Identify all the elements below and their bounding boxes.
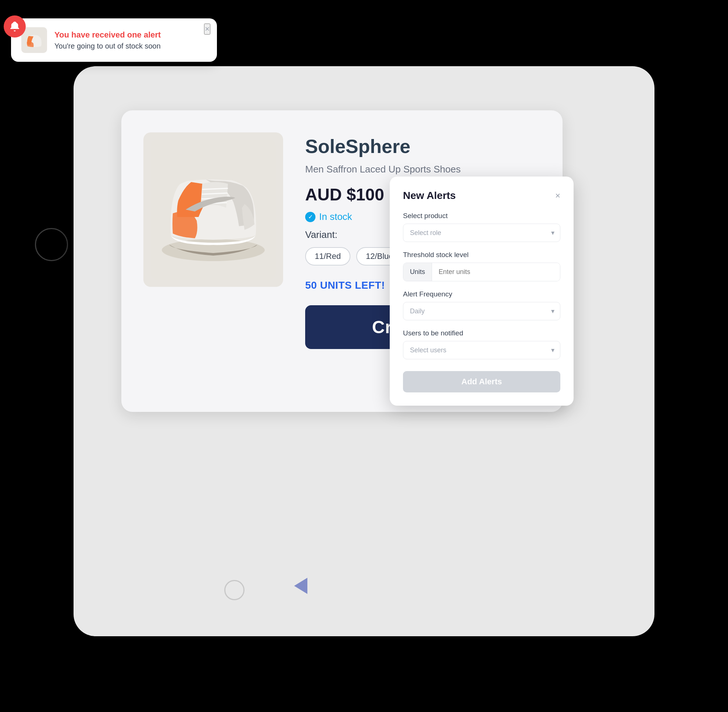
users-notified-dropdown[interactable]: Select users — [403, 341, 560, 359]
select-product-label: Select product — [403, 212, 560, 220]
select-product-wrapper[interactable]: Select role ▾ — [403, 224, 560, 242]
svg-point-1 — [162, 239, 265, 261]
units-badge: Units — [403, 263, 432, 281]
alert-frequency-label: Alert Frequency — [403, 290, 560, 298]
threshold-stock-group: Threshold stock level Units — [403, 251, 560, 281]
notification-body: You're going to out of stock soon — [55, 42, 207, 50]
alert-frequency-dropdown[interactable]: Daily Weekly Monthly — [403, 302, 560, 320]
notification-thumb — [21, 27, 47, 53]
threshold-stock-label: Threshold stock level — [403, 251, 560, 259]
shoe-image — [151, 140, 276, 279]
select-product-dropdown[interactable]: Select role — [403, 224, 560, 242]
alert-frequency-wrapper[interactable]: Daily Weekly Monthly ▾ — [403, 302, 560, 320]
alert-frequency-group: Alert Frequency Daily Weekly Monthly ▾ — [403, 290, 560, 320]
notification-toast: You have received one alert You're going… — [11, 18, 217, 62]
users-notified-label: Users to be notified — [403, 329, 560, 337]
bell-button[interactable] — [4, 15, 26, 37]
notification-close-button[interactable]: × — [204, 24, 210, 34]
users-notified-wrapper[interactable]: Select users ▾ — [403, 341, 560, 359]
units-input[interactable] — [432, 263, 560, 281]
product-name: SoleSphere — [305, 136, 541, 157]
select-product-group: Select product Select role ▾ — [403, 212, 560, 242]
panel-header: New Alerts × — [403, 190, 560, 202]
new-alerts-panel: New Alerts × Select product Select role … — [390, 177, 574, 406]
panel-title: New Alerts — [403, 190, 456, 202]
in-stock-label: In stock — [319, 211, 352, 222]
variant-chip-red[interactable]: 11/Red — [305, 247, 350, 266]
deco-play-icon — [294, 578, 307, 594]
product-image-container — [144, 132, 283, 287]
deco-circle-bottom — [224, 580, 245, 600]
product-subtitle: Men Saffron Laced Up Sports Shoes — [305, 164, 541, 175]
notification-title: You have received one alert — [55, 30, 207, 40]
add-alerts-button[interactable]: Add Alerts — [403, 371, 560, 392]
users-notified-group: Users to be notified Select users ▾ — [403, 329, 560, 359]
check-icon: ✓ — [305, 212, 316, 222]
panel-close-button[interactable]: × — [555, 190, 560, 201]
notification-content: You have received one alert You're going… — [55, 30, 207, 50]
threshold-input-group: Units — [403, 263, 560, 281]
deco-circle-1 — [35, 228, 68, 261]
